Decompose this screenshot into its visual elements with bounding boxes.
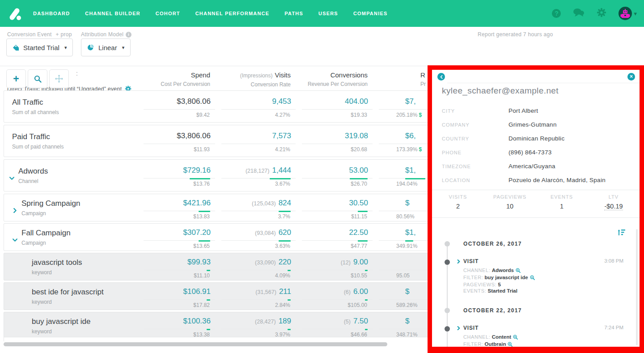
conversions-cell: (5)7.50$46.66 [297,312,373,339]
chevron-right-icon[interactable] [457,259,461,264]
close-icon[interactable]: × [627,73,635,81]
table-toolbar: + [6,69,69,88]
timeline-date-dot [445,308,450,313]
conversions-cell: (12)9.00$10.55 [297,253,373,280]
column-visits[interactable]: (Impressions)Visits Conversion Rate [216,67,296,88]
search-button[interactable] [28,69,47,88]
conversions-cell: 319.08$20.68 [297,125,373,157]
share-bar [207,299,210,301]
horizontal-scrollbar[interactable] [4,342,387,346]
nav-item-channel-performance[interactable]: CHANNEL PERFORMANCE [195,11,270,16]
zoom-in-icon[interactable] [516,268,521,274]
add-prop-link[interactable]: + prop [56,31,72,38]
row-name: All Traffic [12,98,59,107]
user-details: CITYPort Albert COMPANYGrimes-Gutmann CO… [442,104,630,187]
row-type: Campaign [21,240,71,246]
timeline-visit: VISIT 3:08 PM CHANNEL: Adwords FILTER: b… [457,258,626,294]
top-nav: DASHBOARD CHANNEL BUILDER COHORT CHANNEL… [0,0,644,27]
timeline-visit-dot [445,259,450,265]
zoom-in-icon[interactable] [530,275,535,281]
chevron-right-icon[interactable] [457,326,461,330]
detail-row: COMPANYGrimes-Gutmann [442,118,630,132]
column-conversions[interactable]: Conversions Revenue Per Conversion [296,67,373,88]
nav-item-cohort[interactable]: COHORT [156,11,180,16]
share-bar [207,270,210,271]
row-name: buy javascript ide [32,317,90,326]
chevron-down-icon: ▾ [634,10,637,17]
nav-item-companies[interactable]: COMPANIES [353,11,388,16]
visits-cell: (33,090)2204.09% [216,253,297,280]
gear-icon[interactable] [597,8,606,19]
panel-scrollbar[interactable] [636,229,638,345]
spend-cell: $729.16$13.76 [138,160,216,191]
row-name: Fall Campaign [21,229,71,238]
info-icon[interactable]: i [126,32,131,38]
row-type: Channel [18,178,48,184]
share-bar [365,299,368,301]
share-bar [288,299,291,301]
zoom-in-icon[interactable] [513,335,518,341]
row-type: keyword [32,269,82,276]
nav-item-users[interactable]: USERS [318,11,338,16]
add-button[interactable]: + [6,69,26,88]
row-type: Sum of all channels [12,109,59,115]
tag-icon [13,44,19,51]
row-type: Sum of paid channels [12,144,64,150]
spend-cell: $3,806.06$11.93 [138,125,216,157]
detail-row: LOCATIONPozuelo de Alarcón, Madrid, Spai… [442,173,630,187]
avatar [619,7,632,20]
share-bar [288,329,291,330]
visits-cell: (218,127)1,4443.67% [216,160,297,191]
nav-item-paths[interactable]: PATHS [284,11,303,16]
caret-down-icon: ▾ [64,45,67,51]
chevron-down-icon[interactable] [9,176,14,181]
share-bar [365,270,368,271]
chevron-down-icon[interactable] [13,238,17,242]
row-type: Campaign [21,210,80,217]
timeline-date: OCTOBER 22, 2017 [463,307,522,314]
move-button[interactable] [49,69,69,88]
chevron-right-icon[interactable] [13,208,17,213]
share-bar [199,211,210,212]
conversions-cell: 30.50$11.15 [297,194,373,221]
share-bar [190,178,210,179]
zoom-in-icon[interactable] [508,342,513,347]
share-bar [270,178,291,179]
divider [432,190,640,190]
detail-row: CITYPort Albert [442,104,630,118]
chat-icon[interactable] [573,8,585,19]
share-bar [199,240,210,242]
conversion-event-dropdown[interactable]: Started Trial ▾ [6,38,73,56]
share-bar [358,240,368,242]
move-icon [55,75,63,83]
annotation-red-box: × kylee_schaefer@example.net CITYPort Al… [428,65,644,353]
share-bar [405,178,425,179]
row-name: javascript tools [32,258,82,267]
row-type: keyword [32,328,90,335]
column-spend[interactable]: Spend Cost Per Conversion [138,67,216,88]
visits-cell: 7,5734.21% [216,125,297,157]
spend-cell: $3,806.06$9.42 [138,91,216,122]
visits-cell: (28,427)1893.97% [216,312,297,339]
filter-bar: Conversion Event+ prop Attribution Model… [0,27,644,66]
add-icon: + [13,74,19,83]
spend-cell: $100.36$13.38 [138,312,216,339]
attribution-model-value: Linear [98,44,117,51]
user-detail-panel: × kylee_schaefer@example.net CITYPort Al… [432,70,640,347]
nav-item-dashboard[interactable]: DASHBOARD [33,11,70,16]
stat-visits: VISITS2 [432,194,484,210]
back-button[interactable] [437,73,445,81]
share-bar [405,240,413,242]
attribution-model-label: Attribution Modeli [81,31,131,38]
row-type: keyword [32,299,104,305]
row-name: Adwords [18,167,48,176]
help-icon[interactable]: ? [552,9,561,18]
stat-ltv: LTV-$0.19 [588,194,640,210]
nav-item-channel-builder[interactable]: CHANNEL BUILDER [85,11,140,16]
account-menu[interactable]: ▾ [619,7,637,20]
app-logo-icon[interactable] [8,6,23,21]
row-name: Spring Campaign [21,199,80,208]
sort-order-icon[interactable] [618,229,625,238]
attribution-model-dropdown[interactable]: Linear ▾ [81,38,131,56]
timeline-date: OCTOBER 26, 2017 [463,241,522,247]
